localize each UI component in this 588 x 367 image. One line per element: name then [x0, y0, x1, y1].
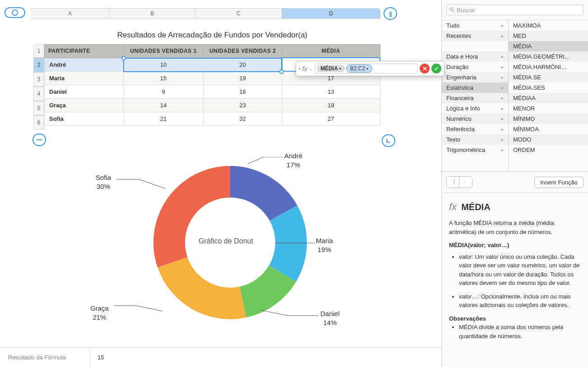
- category-item[interactable]: Estatística▸: [442, 83, 508, 93]
- leader-line: [116, 179, 166, 191]
- function-item[interactable]: ORDEM: [509, 145, 588, 155]
- cell[interactable]: 32: [204, 112, 282, 126]
- leader-line: [261, 310, 319, 319]
- col-header-a[interactable]: A: [31, 8, 110, 19]
- nav-forward-button[interactable]: 〉: [459, 177, 472, 188]
- insert-function-button[interactable]: Inserir Função: [534, 177, 583, 188]
- category-item[interactable]: Duração▸: [442, 62, 508, 72]
- cell[interactable]: 9: [123, 85, 204, 99]
- formula-function-token[interactable]: MÉDIA▾: [317, 65, 345, 72]
- help-param: valor: Um valor único ou uma coleção. Ca…: [459, 252, 581, 288]
- search-input[interactable]: Buscar: [446, 5, 583, 15]
- table-corner-handle[interactable]: [5, 7, 25, 18]
- row-header-6[interactable]: 6: [33, 115, 44, 130]
- header-units2[interactable]: UNIDADES VENDIDAS 2: [204, 45, 282, 58]
- category-item[interactable]: Recentes▸: [442, 31, 508, 41]
- add-rows-handle[interactable]: [32, 133, 46, 146]
- header-units1[interactable]: UNIDADES VENDIDAS 1: [123, 45, 204, 58]
- donut-chart[interactable]: Gráfico de Donut André17% Maria19% Danie…: [63, 148, 397, 344]
- slice-graca: [157, 257, 246, 319]
- table-title[interactable]: Resultados de Arrecadação de Fundos por …: [44, 26, 380, 46]
- function-item[interactable]: MÉDIA.SE: [509, 72, 588, 83]
- row-header-5[interactable]: 5: [33, 101, 44, 115]
- formula-input[interactable]: MÉDIA▾ B2:C2▾: [315, 64, 418, 73]
- category-item[interactable]: [442, 41, 508, 51]
- function-item[interactable]: MÉDIA.SES: [509, 83, 588, 93]
- row-header-2[interactable]: 2: [33, 58, 44, 72]
- cell[interactable]: 19: [204, 71, 282, 85]
- chevron-down-icon: ▾: [339, 67, 341, 71]
- svg-point-0: [450, 8, 453, 11]
- function-item[interactable]: MED: [509, 31, 588, 41]
- confirm-formula-button[interactable]: ✓: [431, 64, 441, 73]
- header-participant[interactable]: PARTICIPANTE: [45, 45, 124, 58]
- category-item[interactable]: Numérico▸: [442, 114, 508, 124]
- nav-back-button[interactable]: 〈: [447, 177, 459, 188]
- category-item[interactable]: Texto▸: [442, 134, 508, 145]
- cell[interactable]: 23: [204, 99, 282, 112]
- col-header-c[interactable]: C: [195, 8, 282, 19]
- category-item[interactable]: Lógica e Info▸: [442, 103, 508, 114]
- functions-sidebar: Buscar Tudo▸Recentes▸ Data e Hora▸Duraçã…: [441, 0, 588, 367]
- cell-name[interactable]: Maria: [45, 71, 124, 85]
- table-row: Graça 14 23 19: [45, 99, 380, 112]
- formula-result-label: Resultado da Fórmula: [0, 348, 90, 367]
- category-item[interactable]: Engenharia▸: [442, 72, 508, 83]
- help-param: valor…: Opcionalmente, inclua um ou mais…: [459, 292, 581, 310]
- table-header-row: PARTICIPANTE UNIDADES VENDIDAS 1 UNIDADE…: [45, 45, 380, 58]
- slice-label-andre: André17%: [284, 151, 302, 169]
- function-item[interactable]: MENOR: [509, 103, 588, 114]
- row-header-3[interactable]: 3: [33, 72, 44, 87]
- cell[interactable]: 27: [282, 112, 380, 126]
- table-row: Sofia 21 32 27: [45, 112, 380, 126]
- leader-line: [275, 241, 316, 245]
- category-item[interactable]: Referência▸: [442, 124, 508, 134]
- col-header-d[interactable]: D: [282, 8, 380, 19]
- chevron-right-icon: ▸: [501, 54, 504, 59]
- cell[interactable]: 13: [282, 85, 380, 99]
- cell-name[interactable]: Graça: [45, 99, 124, 112]
- category-item[interactable]: Data e Hora▸: [442, 51, 508, 62]
- function-item[interactable]: MÍNIMO: [509, 114, 588, 124]
- cell[interactable]: 20: [204, 58, 282, 71]
- cell-name[interactable]: André: [45, 58, 124, 71]
- cell[interactable]: 21: [123, 112, 204, 126]
- header-avg[interactable]: MÉDIA: [282, 45, 380, 58]
- function-item[interactable]: MÉDIA.GEOMÉTRI…: [509, 51, 588, 62]
- fx-icon[interactable]: fx: [302, 65, 308, 73]
- category-list[interactable]: Tudo▸Recentes▸ Data e Hora▸Duração▸Engen…: [442, 20, 509, 171]
- category-item[interactable]: Trigonométrica▸: [442, 145, 508, 155]
- category-item[interactable]: Tudo▸: [442, 20, 508, 31]
- cell[interactable]: 16: [204, 85, 282, 99]
- cell[interactable]: 10: [123, 58, 204, 71]
- chevron-down-icon[interactable]: ⌄: [309, 66, 313, 71]
- table-row: Daniel 9 16 13: [45, 85, 380, 99]
- formula-range-token[interactable]: B2:C2▾: [346, 64, 372, 73]
- cell-name[interactable]: Sofia: [45, 112, 124, 126]
- cell[interactable]: 15: [123, 71, 204, 85]
- bullet-icon: •: [299, 66, 301, 71]
- function-item[interactable]: MAXIMOA: [509, 20, 588, 31]
- chevron-right-icon: ▸: [501, 64, 504, 69]
- chevron-right-icon: ▸: [501, 147, 504, 152]
- search-placeholder: Buscar: [457, 7, 475, 14]
- row-header-4[interactable]: 4: [33, 87, 44, 101]
- row-header-1[interactable]: 1: [33, 44, 44, 58]
- category-item[interactable]: Financeira▸: [442, 93, 508, 103]
- cancel-formula-button[interactable]: ✕: [420, 64, 430, 73]
- cell-name[interactable]: Daniel: [45, 85, 124, 99]
- column-resize-handle[interactable]: ||: [384, 7, 397, 20]
- leader-line: [114, 301, 163, 314]
- sidebar-search-wrap: Buscar: [442, 0, 588, 20]
- function-item[interactable]: MÉDIAA: [509, 93, 588, 103]
- cell[interactable]: 14: [123, 99, 204, 112]
- function-item[interactable]: MÍNIMOA: [509, 124, 588, 134]
- formula-editor: • fx ⌄ MÉDIA▾ B2:C2▾ ✕ ✓: [296, 61, 444, 76]
- function-list[interactable]: MAXIMOAMEDMÉDIAMÉDIA.GEOMÉTRI…MÉDIA.HARM…: [509, 20, 588, 171]
- function-item[interactable]: MÉDIA: [509, 41, 588, 51]
- function-item[interactable]: MÉDIA.HARMÔNI…: [509, 62, 588, 72]
- col-header-b[interactable]: B: [110, 8, 195, 19]
- table-corner-bottom-handle[interactable]: [382, 134, 395, 147]
- cell[interactable]: 19: [282, 99, 380, 112]
- function-item[interactable]: MODO: [509, 134, 588, 145]
